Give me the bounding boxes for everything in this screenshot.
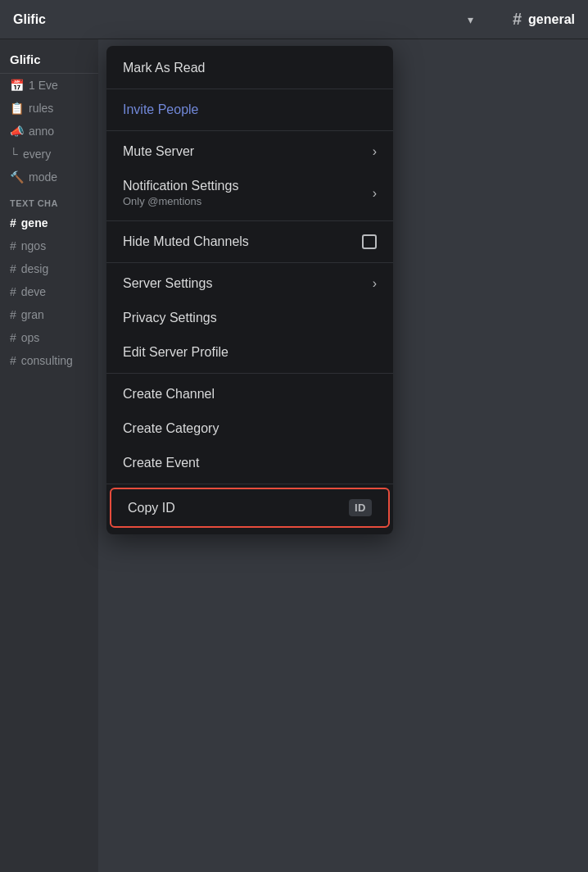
menu-item-sub: Notification Settings Only @mentions — [123, 179, 238, 207]
menu-divider — [106, 484, 393, 484]
hide-muted-checkbox[interactable] — [362, 234, 377, 249]
menu-item-server-settings[interactable]: Server Settings › — [106, 266, 393, 301]
menu-item-copy-id[interactable]: Copy ID ID — [110, 488, 390, 528]
menu-item-hide-muted-channels[interactable]: Hide Muted Channels — [106, 225, 393, 259]
menu-divider — [106, 89, 393, 89]
menu-divider — [106, 220, 393, 221]
menu-item-mute-server[interactable]: Mute Server › — [106, 134, 393, 169]
chevron-right-icon: › — [373, 276, 377, 291]
menu-item-create-event[interactable]: Create Event — [106, 446, 393, 480]
menu-item-notification-settings[interactable]: Notification Settings Only @mentions › — [106, 169, 393, 217]
menu-item-privacy-settings[interactable]: Privacy Settings — [106, 301, 393, 335]
chevron-right-icon: › — [373, 144, 377, 159]
menu-divider — [106, 373, 393, 374]
menu-divider — [106, 262, 393, 263]
context-menu: Mark As Read Invite People Mute Server ›… — [106, 46, 393, 534]
menu-item-edit-server-profile[interactable]: Edit Server Profile — [106, 335, 393, 370]
menu-item-create-category[interactable]: Create Category — [106, 411, 393, 446]
menu-divider — [106, 130, 393, 131]
menu-item-invite-people[interactable]: Invite People — [106, 93, 393, 127]
menu-item-create-channel[interactable]: Create Channel — [106, 377, 393, 411]
chevron-right-icon: › — [373, 186, 377, 201]
menu-item-mark-as-read[interactable]: Mark As Read — [106, 51, 393, 85]
context-menu-overlay[interactable]: Mark As Read Invite People Mute Server ›… — [0, 0, 588, 872]
id-badge: ID — [349, 499, 372, 516]
